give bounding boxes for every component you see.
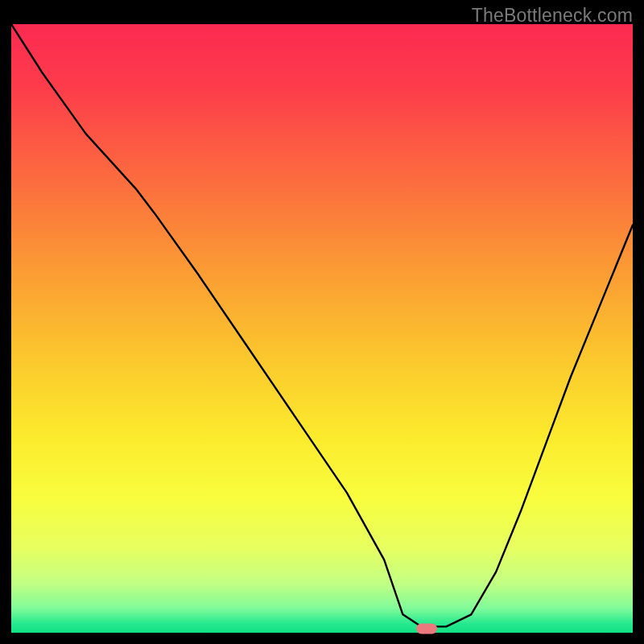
chart-background (11, 24, 633, 633)
optimal-point-marker (416, 624, 437, 634)
bottleneck-chart (11, 24, 633, 633)
chart-frame (11, 24, 633, 633)
watermark-text: TheBottleneck.com (472, 5, 633, 27)
